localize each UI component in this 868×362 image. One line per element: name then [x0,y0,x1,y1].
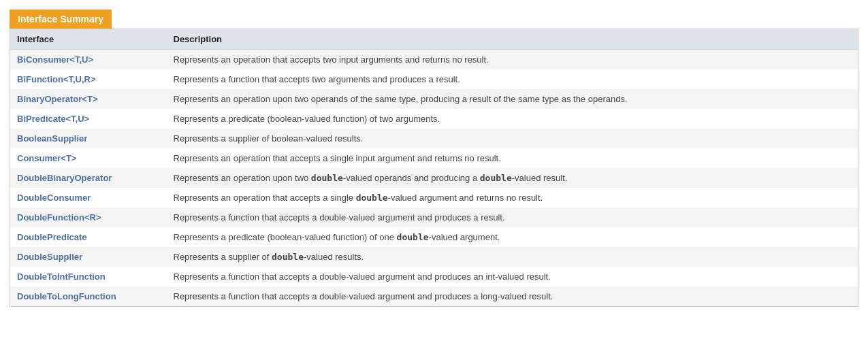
table-row: DoubleSupplierRepresents a supplier of d… [10,247,858,267]
interface-description: Represents a function that accepts a dou… [167,208,858,227]
table-row: DoubleBinaryOperatorRepresents an operat… [10,168,858,188]
interface-name[interactable]: DoubleSupplier [10,247,167,267]
col-interface: Interface [10,29,167,50]
table-row: BiConsumer<T,U>Represents an operation t… [10,50,858,70]
interface-table: Interface Description BiConsumer<T,U>Rep… [10,29,858,307]
interface-name[interactable]: DoubleConsumer [10,188,167,208]
interface-description: Represents a predicate (boolean-valued f… [167,227,858,247]
interface-name[interactable]: DoublePredicate [10,227,167,247]
interface-description: Represents an operation that accepts a s… [167,148,858,168]
table-row: BiFunction<T,U,R>Represents a function t… [10,69,858,89]
interface-description: Represents an operation upon two double-… [167,168,858,188]
table-row: BinaryOperator<T>Represents an operation… [10,89,858,109]
interface-name[interactable]: BiPredicate<T,U> [10,109,167,129]
table-row: DoubleToLongFunctionRepresents a functio… [10,286,858,307]
table-row: Consumer<T>Represents an operation that … [10,148,858,168]
interface-description: Represents an operation upon two operand… [167,89,858,109]
table-row: BooleanSupplierRepresents a supplier of … [10,129,858,148]
page-container: Interface Summary Interface Description … [0,0,868,362]
interface-name[interactable]: BinaryOperator<T> [10,89,167,109]
interface-description: Represents a function that accepts a dou… [167,267,858,286]
col-description: Description [167,29,858,50]
interface-description: Represents an operation that accepts two… [167,50,858,70]
interface-description: Represents a function that accepts two a… [167,69,858,89]
interface-name[interactable]: Consumer<T> [10,148,167,168]
interface-description: Represents a supplier of boolean-valued … [167,129,858,148]
interface-description: Represents a predicate (boolean-valued f… [167,109,858,129]
table-row: DoublePredicateRepresents a predicate (b… [10,227,858,247]
interface-name[interactable]: BiFunction<T,U,R> [10,69,167,89]
table-row: DoubleConsumerRepresents an operation th… [10,188,858,208]
interface-name[interactable]: DoubleFunction<R> [10,208,167,227]
interface-name[interactable]: BooleanSupplier [10,129,167,148]
interface-description: Represents an operation that accepts a s… [167,188,858,208]
table-row: DoubleFunction<R>Represents a function t… [10,208,858,227]
table-row: BiPredicate<T,U>Represents a predicate (… [10,109,858,129]
table-header-row: Interface Description [10,29,858,50]
interface-name[interactable]: DoubleBinaryOperator [10,168,167,188]
interface-description: Represents a supplier of double-valued r… [167,247,858,267]
interface-name[interactable]: DoubleToLongFunction [10,286,167,307]
interface-name[interactable]: BiConsumer<T,U> [10,50,167,70]
interface-name[interactable]: DoubleToIntFunction [10,267,167,286]
interface-description: Represents a function that accepts a dou… [167,286,858,307]
summary-title: Interface Summary [10,10,112,29]
table-row: DoubleToIntFunctionRepresents a function… [10,267,858,286]
